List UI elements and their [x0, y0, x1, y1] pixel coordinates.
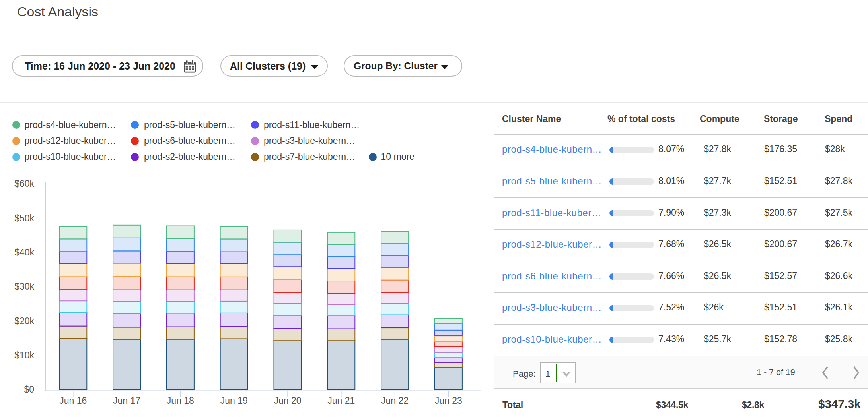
svg-text:$50k: $50k	[14, 213, 34, 223]
svg-text:Jun 22: Jun 22	[381, 395, 409, 406]
svg-text:Jun 23: Jun 23	[435, 395, 462, 406]
svg-text:$30k: $30k	[14, 281, 34, 292]
svg-text:$20k: $20k	[14, 316, 34, 326]
svg-text:Jun 19: Jun 19	[220, 395, 248, 406]
svg-text:Jun 21: Jun 21	[327, 395, 355, 406]
svg-text:$60k: $60k	[14, 178, 34, 189]
svg-text:$40k: $40k	[14, 247, 34, 257]
svg-text:Jun 17: Jun 17	[113, 395, 140, 406]
svg-text:Jun 18: Jun 18	[167, 395, 194, 406]
svg-text:Jun 16: Jun 16	[59, 395, 87, 406]
svg-text:$10k: $10k	[14, 350, 34, 360]
svg-text:$0: $0	[24, 384, 34, 395]
svg-text:Jun 20: Jun 20	[274, 395, 301, 406]
